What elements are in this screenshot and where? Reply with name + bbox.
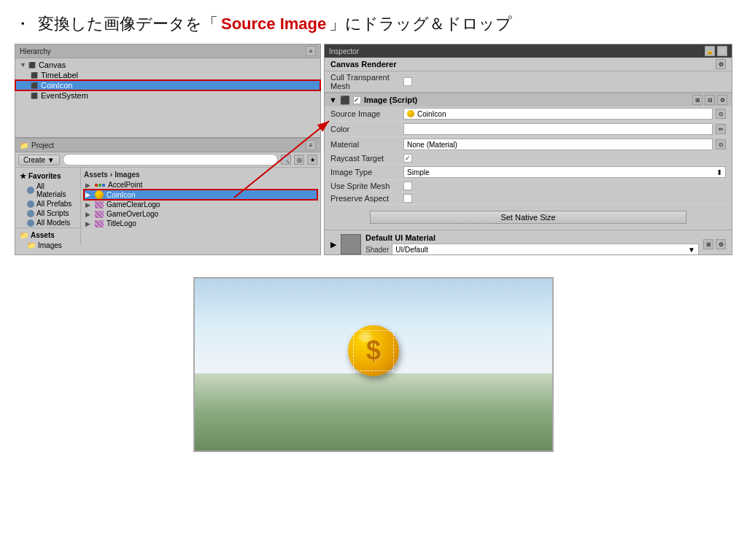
source-image-label: Source Image: [330, 109, 403, 118]
fav-item-all-prefabs[interactable]: All Prefabs: [15, 199, 80, 209]
asset-item-accelpoint[interactable]: ▶ AccelPoint: [84, 180, 317, 190]
tree-label-timelabel: TimeLabel: [41, 71, 78, 79]
color-field[interactable]: [403, 123, 713, 135]
gameobj-icon-coinicon: ⬛: [30, 81, 39, 90]
image-script-section: ▼ ⬛ ✓ Image (Script) ⊞ ⊟ ⚙ Source Image: [325, 93, 732, 230]
raycast-checkbox[interactable]: [403, 154, 412, 163]
folder-images-icon: 📁: [27, 241, 36, 249]
image-type-value: Simple ⬍: [403, 166, 726, 178]
tree-item-eventsystem[interactable]: ⬛ EventSystem: [15, 90, 320, 101]
raycast-value: [403, 154, 726, 163]
tree-item-canvas[interactable]: ▼ ⬛ Canvas: [15, 60, 320, 70]
fav-item-all-materials[interactable]: All Materials: [15, 182, 80, 199]
search-input[interactable]: [63, 154, 278, 166]
fav-circle-icon-models: [27, 219, 34, 227]
native-size-button[interactable]: Set Native Size: [370, 211, 686, 224]
material-picker[interactable]: ⊙: [716, 139, 726, 149]
material-text: None (Material): [407, 141, 457, 149]
favorites-panel: ★ Favorites All Materials All Prefabs Al…: [15, 168, 81, 244]
fav-item-all-models[interactable]: All Models: [15, 218, 80, 228]
image-script-arrow: ▼: [329, 96, 337, 104]
assets-panel: Assets › Images ▶ AccelPoint: [81, 168, 320, 244]
titlelogo-arrow: ▶: [85, 220, 90, 228]
title-suffix: 」にドラッグ＆ドロップ: [329, 13, 512, 35]
material-value-container: None (Material) ⊙: [403, 139, 726, 150]
tree-item-timelabel[interactable]: ⬛ TimeLabel: [15, 70, 320, 80]
image-script-icon1[interactable]: ⊞: [692, 95, 703, 105]
sprite-mesh-checkbox[interactable]: [403, 182, 412, 190]
material-settings-icon[interactable]: ⚙: [716, 239, 726, 249]
fav-item-all-scripts[interactable]: All Scripts: [15, 209, 80, 218]
native-size-container: Set Native Size: [325, 205, 732, 230]
coinicon-arrow: ▶: [85, 191, 90, 198]
preserve-checkbox[interactable]: [403, 194, 412, 203]
star-icon[interactable]: ★: [307, 155, 317, 165]
source-image-picker[interactable]: ⊙: [716, 109, 726, 119]
titlelogo-label: TitleLogo: [107, 219, 136, 228]
shader-dropdown[interactable]: UI/Default ▼: [392, 244, 699, 254]
favorites-title: ★ Favorites: [15, 171, 80, 182]
title-highlight: Source Image: [221, 15, 326, 34]
shader-label: Shader: [365, 246, 389, 254]
hierarchy-menu-icon[interactable]: ≡: [306, 46, 316, 56]
assets-images-item[interactable]: 📁 Images: [15, 241, 80, 250]
game-view-container: $: [0, 265, 747, 452]
asset-item-titlelogo[interactable]: ▶ TitleLogo: [84, 219, 317, 228]
folder-icon: 📁: [20, 141, 28, 149]
gameobj-icon-timelabel: ⬛: [30, 71, 39, 79]
cull-label: Cull Transparent Mesh: [330, 73, 403, 90]
source-image-row: Source Image CoinIcon ⊙: [325, 106, 732, 122]
breadcrumb-assets: Assets: [84, 171, 108, 179]
project-label: Project: [31, 141, 54, 149]
image-script-settings[interactable]: ⚙: [717, 95, 727, 105]
cr-settings-icon[interactable]: ⚙: [716, 59, 726, 69]
image-type-row: Image Type Simple ⬍: [325, 165, 732, 180]
material-label: Material: [330, 140, 403, 149]
bullet: ・: [15, 13, 31, 35]
color-picker-icon[interactable]: ✏: [716, 124, 726, 134]
filter-icon[interactable]: ◎: [294, 155, 304, 165]
search-icon[interactable]: 🔍: [281, 155, 291, 165]
game-ground: [195, 373, 552, 451]
project-menu-icon[interactable]: ≡: [306, 140, 316, 150]
material-field[interactable]: None (Material): [403, 139, 713, 150]
image-script-icon: ⬛: [340, 96, 350, 105]
fav-circle-icon-scripts: [27, 210, 34, 217]
lock-icon[interactable]: 🔒: [705, 46, 715, 56]
source-image-field[interactable]: CoinIcon: [403, 108, 713, 120]
material-icon1[interactable]: ⊞: [703, 239, 713, 249]
favorites-label: Favorites: [28, 172, 61, 180]
accelpoint-label: AccelPoint: [108, 181, 142, 189]
fav-label-all-scripts: All Scripts: [36, 209, 69, 217]
tree-item-coinicon[interactable]: ⬛ CoinIcon: [15, 80, 320, 90]
project-panel: 📁 Project ≡ Create ▼ 🔍 ◎ ★ ★ Favorites: [15, 138, 320, 254]
image-script-checkbox[interactable]: ✓: [353, 96, 361, 104]
settings-icon[interactable]: ⚙: [717, 46, 727, 56]
inspector-header-icons: 🔒 ⚙: [705, 46, 727, 56]
asset-item-gameclearlogo[interactable]: ▶ GameClearLogo: [84, 200, 317, 209]
default-material-section: ▶ Default UI Material Shader UI/Default …: [325, 230, 732, 254]
fav-label-all-materials: All Materials: [36, 182, 76, 198]
sprite-mesh-row: Use Sprite Mesh: [325, 180, 732, 192]
image-script-title[interactable]: ▼ ⬛ ✓ Image (Script) ⊞ ⊟ ⚙: [325, 93, 732, 106]
image-type-label: Image Type: [330, 168, 403, 176]
accelpoint-icon: [95, 182, 105, 189]
asset-item-coinicon[interactable]: ▶ CoinIcon: [84, 190, 317, 200]
raycast-row: Raycast Target: [325, 152, 732, 165]
assets-images-label: Images: [38, 241, 62, 249]
image-type-dropdown[interactable]: Simple ⬍: [403, 166, 726, 178]
hierarchy-label: Hierarchy: [20, 47, 51, 55]
gameoverlogo-arrow: ▶: [85, 211, 90, 218]
color-row: Color ✏: [325, 122, 732, 137]
asset-item-gameoverlogo[interactable]: ▶ GameOverLogo: [84, 209, 317, 219]
inspector-header: Inspector 🔒 ⚙: [325, 44, 732, 58]
hierarchy-panel: Hierarchy ≡ ▼ ⬛ Canvas ⬛ TimeLabel: [15, 44, 320, 138]
tree-label-coinicon: CoinIcon: [41, 81, 72, 90]
image-script-icon2[interactable]: ⊟: [705, 95, 715, 105]
create-button[interactable]: Create ▼: [18, 155, 60, 166]
cull-transparent-row: Cull Transparent Mesh: [325, 71, 732, 93]
unity-editor-panel: Hierarchy ≡ ▼ ⬛ Canvas ⬛ TimeLabel: [15, 44, 321, 255]
canvas-renderer-title-row: Canvas Renderer ⚙: [325, 58, 732, 71]
inspector-body: Canvas Renderer ⚙ Cull Transparent Mesh …: [325, 58, 732, 254]
cull-checkbox[interactable]: [403, 77, 412, 86]
